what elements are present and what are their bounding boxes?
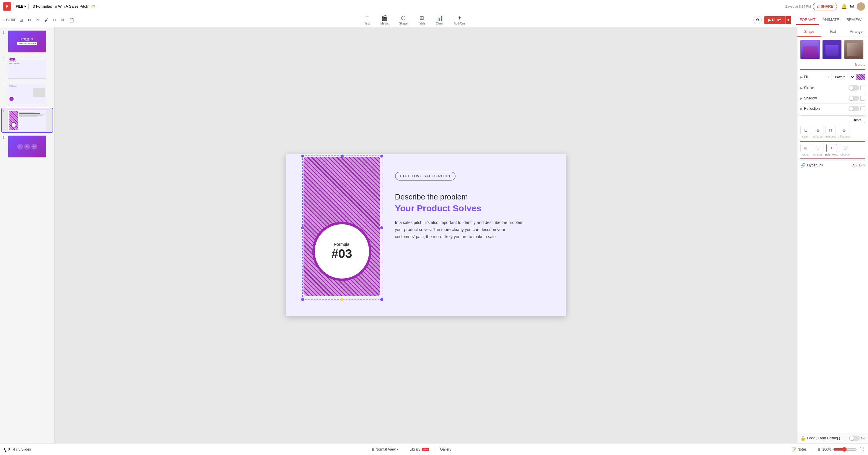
pattern-preview (856, 74, 865, 80)
slide-thumb-3[interactable]: 3 InspireA Connection #02 (2, 82, 53, 106)
stroke-toggle[interactable] (848, 85, 859, 91)
intersect-op[interactable]: ⊓ Intersect (825, 126, 836, 138)
add-link-button[interactable]: Add Link (852, 163, 865, 167)
library-button[interactable]: Library New (409, 447, 429, 451)
stroke-expand-icon[interactable]: ▶ (800, 87, 803, 90)
settings-button[interactable]: ⚙ (753, 16, 762, 24)
copy-btn[interactable]: ⧉ (60, 16, 66, 24)
handle-bm[interactable] (341, 298, 344, 301)
lock-switch[interactable] (849, 435, 860, 441)
swatch-purple-gradient[interactable] (800, 40, 820, 59)
notification-icon[interactable]: 🔔 (841, 4, 847, 9)
gallery-button[interactable]: Gallery (440, 447, 452, 451)
intersect-icon: ⊓ (825, 126, 836, 134)
slide-preview-2: #01 Start off withClient's Challenges (8, 57, 46, 79)
reflection-expand-icon[interactable]: ▶ (800, 107, 803, 110)
fill-arrow-indicator: → (825, 74, 830, 80)
reflection-toggle[interactable] (848, 106, 859, 111)
lock-row: 🔒 Lock ( From Editing ) No (798, 433, 868, 443)
slide-thumb-4[interactable]: 4 (2, 108, 53, 132)
differentiate-op[interactable]: ⊕ Differenate (838, 126, 850, 138)
effective-badge: EFFECTIVE SALES PITCH (395, 172, 456, 181)
ungroup-label: Ungroup (813, 153, 824, 156)
slide-num-1: 1 (3, 30, 6, 34)
fullscreen-button[interactable]: ⛶ (860, 447, 864, 452)
top-icons: 🔔 ✉ (841, 2, 865, 11)
edit-points-icon: ✦ (826, 144, 837, 152)
shape-label: Shape (399, 22, 408, 25)
user-avatar[interactable] (857, 2, 865, 11)
normal-view-button[interactable]: ⊞ Normal View ▾ (371, 447, 399, 451)
shadow-toggle[interactable] (848, 96, 859, 101)
notes-button[interactable]: 📝 Notes (792, 447, 807, 451)
mail-icon[interactable]: ✉ (850, 4, 854, 9)
subtract-icon: ⊖ (813, 126, 824, 134)
new-badge: New (422, 448, 429, 451)
review-tab[interactable]: REVIEW (843, 15, 865, 25)
handle-tr[interactable] (380, 155, 383, 158)
cut-btn[interactable]: ✂ (51, 17, 58, 24)
zoom-slider[interactable] (833, 447, 857, 452)
format-tab[interactable]: FORMAT (796, 15, 819, 25)
media-tool[interactable]: 🎬 Media (378, 13, 391, 26)
swatch-purple2[interactable] (822, 40, 842, 59)
lock-toggle[interactable]: No (849, 435, 865, 441)
addons-tool[interactable]: ✦ Add-Ons (452, 13, 468, 26)
file-menu[interactable]: FILE ▾ (13, 3, 29, 10)
change-op[interactable]: ⬡ Change (840, 144, 850, 156)
table-tool[interactable]: ⊞ Table (416, 13, 428, 26)
handle-br[interactable] (380, 298, 383, 301)
group-op[interactable]: ⊞ Group (800, 144, 811, 156)
chart-tool[interactable]: 📊 Chart (433, 13, 445, 26)
ungroup-op[interactable]: ⊟ Ungroup (813, 144, 824, 156)
page-info: 4 / 5 Slides (13, 447, 31, 451)
fill-expand-icon[interactable]: ▶ (800, 75, 803, 79)
slide-thumb-5[interactable]: 5 #01 #02 #03 (2, 135, 53, 158)
slide-thumb-2[interactable]: 2 #01 Start off withClient's Challenges (2, 56, 53, 80)
handle-bl[interactable] (301, 298, 304, 301)
paste-btn[interactable]: 📋 (67, 17, 76, 24)
fill-type-dropdown[interactable]: Pattern Solid Gradient None (831, 74, 855, 80)
play-dropdown[interactable]: ▾ (785, 16, 791, 24)
shape-icon: ⬡ (401, 15, 406, 21)
more-shapes-link[interactable]: More... (800, 63, 865, 66)
formula-circle: Formula #03 (312, 222, 371, 281)
view-icon: ⊞ (371, 447, 374, 451)
tab-arrange[interactable]: Arrange (844, 27, 868, 37)
reset-button[interactable]: Reset (849, 117, 865, 123)
addons-icon: ✦ (457, 15, 462, 21)
group-ops: ⊞ Group ⊟ Ungroup ✦ Edit Points ⬡ Change (800, 144, 865, 156)
edit-points-op[interactable]: ✦ Edit Points (825, 144, 838, 156)
chat-icon[interactable]: 💬 (4, 447, 10, 452)
view-dropdown-icon: ▾ (397, 447, 399, 451)
slide-preview-4 (8, 109, 46, 131)
shadow-expand-icon[interactable]: ▶ (800, 97, 803, 100)
animate-tab[interactable]: ANIMATE (819, 15, 843, 25)
slide-num-3: 3 (3, 83, 6, 87)
shape-tool[interactable]: ⬡ Shape (397, 13, 410, 26)
tab-text[interactable]: Text (821, 27, 845, 37)
tab-shape[interactable]: Shape (798, 27, 821, 37)
group-icon: ⊞ (800, 144, 811, 152)
swatch-brown[interactable] (844, 40, 864, 59)
format-painter-btn[interactable]: 🖌 (42, 17, 50, 24)
redo-btn[interactable]: ↻ (34, 17, 41, 24)
share-button[interactable]: ⇄ SHARE (813, 3, 837, 10)
change-label: Change (840, 153, 850, 156)
handle-mr[interactable] (380, 226, 383, 229)
slide-canvas: Formula #03 (286, 154, 566, 316)
text-tool[interactable]: T Text (362, 14, 372, 26)
union-label: Union (802, 135, 809, 138)
layout-btn[interactable]: ⊞ (18, 17, 25, 24)
purple-shape[interactable]: Formula #03 (304, 157, 380, 296)
separator-line (800, 69, 865, 70)
play-button[interactable]: ▶ PLAY (764, 16, 785, 24)
slide-thumb-1[interactable]: 1 3 FORMULAS TO WIN WIN A SALES PITCH (2, 30, 53, 54)
undo-btn[interactable]: ↺ (26, 17, 33, 24)
change-icon: ⬡ (840, 144, 850, 152)
union-op[interactable]: ⊔ Union (800, 126, 811, 138)
subtract-op[interactable]: ⊖ Subtract (813, 126, 824, 138)
description-text: In a sales pitch, it's also important to… (395, 219, 525, 240)
chart-icon: 📊 (436, 15, 443, 21)
problem-title: Describe the problem (395, 192, 557, 201)
